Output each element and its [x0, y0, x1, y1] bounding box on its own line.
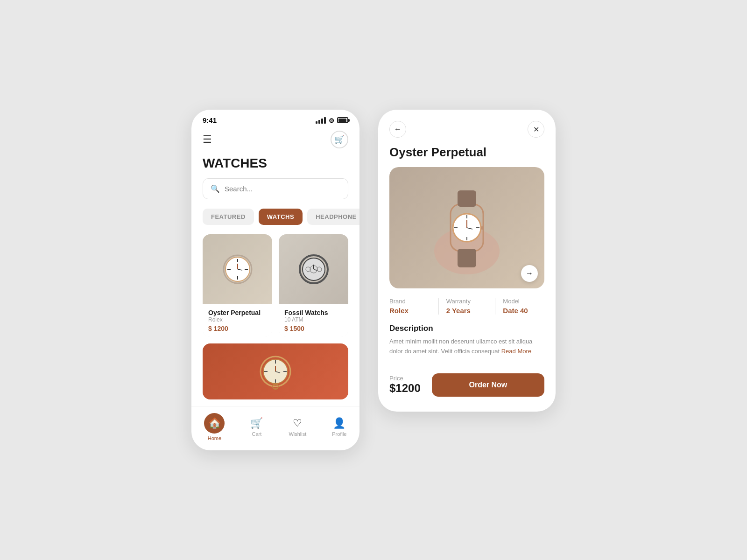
status-bar: 9:41 ⊜ — [191, 110, 359, 127]
price-label: Price — [389, 375, 421, 382]
spec-brand: Brand Rolex — [389, 298, 431, 315]
product-price-fossil: $ 1500 — [284, 325, 343, 332]
bottom-nav: 🏠 Home 🛒 Cart ♡ Wishlist 👤 Profile — [191, 406, 359, 450]
product-brand-oyster: Rolex — [208, 316, 267, 323]
product-brand-fossil: 10 ATM — [284, 316, 343, 323]
detail-title: Oyster Perpetual — [378, 145, 556, 167]
model-label: Model — [503, 298, 544, 305]
tab-featured[interactable]: FEATURED — [203, 209, 254, 225]
detail-image-wrapper: → — [389, 167, 544, 288]
description-title: Description — [389, 324, 544, 333]
wishlist-icon: ♡ — [293, 417, 302, 429]
price-section: Price $1200 — [389, 375, 421, 395]
search-input[interactable] — [225, 185, 340, 193]
page-wrapper: 9:41 ⊜ ☰ 🛒 WATCHES 🔍 — [173, 82, 574, 478]
product-info-oyster: Oyster Perpetual Rolex $ 1200 — [203, 304, 272, 337]
product-price-oyster: $ 1200 — [208, 325, 267, 332]
nav-home[interactable]: 🏠 Home — [204, 413, 225, 441]
product-info-fossil: Fossil Watchs 10 ATM $ 1500 — [279, 304, 348, 337]
signal-icon — [316, 117, 326, 124]
page-title: WATCHES — [191, 151, 359, 178]
next-image-button[interactable]: → — [521, 265, 538, 282]
price-value: $1200 — [389, 382, 421, 395]
product-image-wide — [203, 343, 348, 399]
warranty-value: 2 Years — [446, 307, 488, 315]
hamburger-icon[interactable]: ☰ — [203, 134, 212, 145]
spec-model: Model Date 40 — [503, 298, 544, 315]
tab-headphone[interactable]: HEADPHONE — [307, 209, 359, 225]
home-label: Home — [208, 435, 221, 441]
spec-warranty: Warranty 2 Years — [446, 298, 488, 315]
product-image-fossil — [279, 234, 348, 304]
svg-rect-37 — [481, 226, 484, 230]
tab-watches[interactable]: WATCHS — [259, 209, 303, 225]
products-grid: Oyster Perpetual Rolex $ 1200 — [191, 234, 359, 343]
home-icon: 🏠 — [204, 413, 225, 434]
description-text: Amet minim mollit non deserunt ullamco e… — [389, 337, 544, 357]
filter-tabs: FEATURED WATCHS HEADPHONE — [191, 209, 359, 234]
product-name-oyster: Oyster Perpetual — [208, 309, 267, 316]
phone-header: ☰ 🛒 — [191, 127, 359, 151]
nav-wishlist[interactable]: ♡ Wishlist — [289, 417, 306, 437]
profile-icon: 👤 — [333, 417, 345, 429]
read-more-link[interactable]: Read More — [501, 348, 531, 355]
brand-value: Rolex — [389, 307, 431, 315]
nav-cart[interactable]: 🛒 Cart — [250, 417, 263, 437]
close-button[interactable]: ✕ — [528, 121, 544, 138]
product-image-oyster — [203, 234, 272, 304]
wishlist-label: Wishlist — [289, 431, 306, 437]
svg-rect-28 — [458, 190, 476, 207]
product-name-fossil: Fossil Watchs — [284, 309, 343, 316]
back-button[interactable]: ← — [389, 121, 406, 138]
right-phone: ← ✕ Oyster Perpetual — [378, 110, 556, 412]
detail-footer: Price $1200 Order Now — [378, 366, 556, 412]
product-card-wide[interactable] — [203, 343, 348, 399]
time-display: 9:41 — [203, 116, 217, 124]
spec-divider-1 — [438, 298, 439, 315]
profile-label: Profile — [332, 431, 346, 437]
warranty-label: Warranty — [446, 298, 488, 305]
cart-header-button[interactable]: 🛒 — [331, 131, 348, 148]
wifi-icon: ⊜ — [329, 117, 334, 124]
left-phone: 9:41 ⊜ ☰ 🛒 WATCHES 🔍 — [191, 110, 359, 450]
svg-rect-29 — [458, 249, 476, 267]
status-icons: ⊜ — [316, 117, 348, 124]
model-value: Date 40 — [503, 307, 544, 315]
battery-icon — [337, 117, 348, 123]
nav-profile[interactable]: 👤 Profile — [332, 417, 346, 437]
detail-specs: Brand Rolex Warranty 2 Years Model Date … — [378, 288, 556, 324]
detail-description: Description Amet minim mollit non deseru… — [378, 324, 556, 366]
cart-label: Cart — [252, 431, 262, 437]
search-bar[interactable]: 🔍 — [203, 178, 348, 199]
detail-header: ← ✕ — [378, 110, 556, 145]
cart-icon: 🛒 — [250, 417, 263, 429]
product-card-oyster[interactable]: Oyster Perpetual Rolex $ 1200 — [203, 234, 272, 337]
product-card-fossil[interactable]: Fossil Watchs 10 ATM $ 1500 — [279, 234, 348, 337]
order-now-button[interactable]: Order Now — [432, 373, 544, 397]
brand-label: Brand — [389, 298, 431, 305]
spec-divider-2 — [495, 298, 495, 315]
search-icon: 🔍 — [211, 184, 220, 193]
